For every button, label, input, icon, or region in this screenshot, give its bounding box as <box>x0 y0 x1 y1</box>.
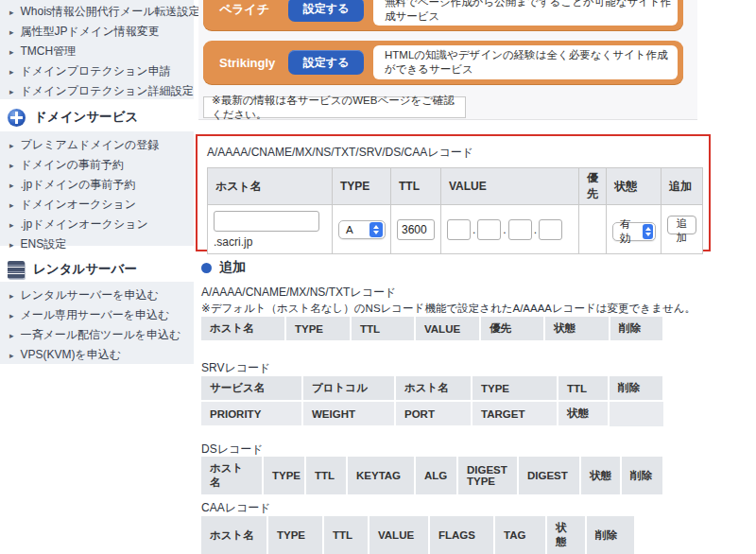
select-stepper-icon <box>369 222 383 237</box>
sidebar-item-label: ドメインオークション <box>21 197 137 213</box>
column-header: ホスト名 <box>208 168 333 205</box>
column-header: サービス名 <box>200 375 302 401</box>
record-form-row: .sacri.jp A . . . 有効 <box>208 205 703 254</box>
column-header: ALG <box>415 456 457 495</box>
service-card-strikingly: Strikingly 設定する HTMLの知識やデザインの経験は全く必要なくサイ… <box>203 41 683 84</box>
sidebar-item-ens-settings[interactable]: ▸ENS設定 <box>0 234 194 254</box>
sidebar-group-domain-services: ▸プレミアムドメインの登録 ▸ドメインの事前予約 ▸.jpドメインの事前予約 ▸… <box>0 131 194 246</box>
strikingly-setup-button[interactable]: 設定する <box>288 50 364 75</box>
column-header: 削除 <box>610 316 663 341</box>
triangle-bullet-icon: ▸ <box>9 200 14 210</box>
a-records-table: ホスト名 TYPE TTL VALUE 優先 状態 削除 <box>199 315 664 342</box>
column-header: 状態 <box>558 401 609 426</box>
column-header: TARGET <box>472 401 558 426</box>
type-select[interactable]: A <box>338 220 386 239</box>
record-form-title: A/AAAA/CNAME/MX/NS/TXT/SRV/DS/CAAレコード <box>207 145 699 161</box>
peraichi-setup-button[interactable]: 設定する <box>288 0 364 22</box>
ip-octet-3-input[interactable] <box>508 219 532 240</box>
column-header: 優先 <box>480 316 544 341</box>
sidebar-item-label: ドメインプロテクション詳細設定 <box>21 83 194 99</box>
triangle-bullet-icon: ▸ <box>9 141 14 150</box>
sidebar-item-label: ENS設定 <box>21 236 67 252</box>
triangle-bullet-icon: ▸ <box>9 161 14 170</box>
ip-dot: . <box>472 223 475 236</box>
column-header: TTL <box>323 515 369 554</box>
column-header: VALUE <box>415 316 480 341</box>
value-ip-inputs: . . . <box>447 219 573 240</box>
type-select-value: A <box>346 224 353 235</box>
record-form-table: ホスト名 TYPE TTL VALUE 優先 状態 追加 .sacri.jp A <box>207 167 703 254</box>
sidebar-item-whois-mail-forward[interactable]: ▸Whois情報公開代行メール転送設定 <box>0 2 194 22</box>
sidebar-item-rental-server-apply[interactable]: ▸レンタルサーバーを申込む <box>0 286 194 305</box>
sidebar-item-tmch[interactable]: ▸TMCH管理 <box>0 42 194 61</box>
column-header: TYPE <box>285 316 351 341</box>
column-header: 追加 <box>662 168 703 205</box>
column-header: TYPE <box>472 375 558 401</box>
sidebar-item-premium-domain[interactable]: ▸プレミアムドメインの登録 <box>0 135 194 155</box>
column-header: TTL <box>351 316 415 341</box>
column-header: 削除 <box>621 456 663 495</box>
sidebar-item-domain-prereserve[interactable]: ▸ドメインの事前予約 <box>0 155 194 175</box>
triangle-bullet-icon: ▸ <box>9 240 14 250</box>
column-header: 状態 <box>607 168 662 205</box>
sidebar-item-label: ドメインプロテクション申請 <box>21 63 171 79</box>
sidebar-item-label: 属性型JPドメイン情報変更 <box>21 24 160 40</box>
column-header: VALUE <box>369 515 429 554</box>
column-header: TTL <box>305 456 347 495</box>
sidebar-item-label: Whois情報公開代行メール転送設定 <box>21 4 200 20</box>
ip-octet-1-input[interactable] <box>447 219 471 240</box>
triangle-bullet-icon: ▸ <box>9 311 14 320</box>
ip-octet-2-input[interactable] <box>477 219 501 240</box>
column-header: WEIGHT <box>302 401 395 426</box>
record-add-form-highlight: A/AAAA/CNAME/MX/NS/TXT/SRV/DS/CAAレコード ホス… <box>196 134 711 251</box>
priority-cell <box>579 205 607 254</box>
service-description: HTMLの知識やデザインの経験は全く必要なくサイト作成ができるサービス <box>373 45 678 79</box>
ip-dot: . <box>503 223 506 236</box>
service-description: 無料でページ作成から公開まですることが可能なサイト作成サービス <box>373 0 678 26</box>
status-select-value: 有効 <box>620 217 637 246</box>
ttl-input[interactable] <box>397 219 435 240</box>
column-header: TYPE <box>263 456 305 495</box>
sidebar-item-vps-apply[interactable]: ▸VPS(KVM)を申込む <box>0 345 194 365</box>
caa-records-table: ホスト名 TYPE TTL VALUE FLAGS TAG 状態 削除 <box>199 514 636 554</box>
column-header: 状態 <box>546 515 586 554</box>
status-select[interactable]: 有効 <box>612 222 656 241</box>
sidebar-item-label: レンタルサーバーを申込む <box>21 287 159 303</box>
service-card-peraichi: ペライチ 設定する 無料でページ作成から公開まですることが可能なサイト作成サービ… <box>203 0 683 30</box>
column-header: TTL <box>558 375 609 401</box>
a-records-title: A/AAAA/CNAME/MX/NS/TXTレコード <box>201 285 396 301</box>
column-header: KEYTAG <box>347 456 415 495</box>
add-record-button[interactable]: 追加 <box>667 216 696 234</box>
select-stepper-icon <box>643 224 653 239</box>
sidebar-item-label: .jpドメインオークション <box>21 216 148 233</box>
hostname-input[interactable] <box>214 211 319 232</box>
triangle-bullet-icon: ▸ <box>9 67 14 77</box>
column-header: ホスト名 <box>200 456 263 495</box>
sidebar-item-mail-server-apply[interactable]: ▸メール専用サーバーを申込む <box>0 305 194 325</box>
sidebar-item-bulk-mail-apply[interactable]: ▸一斉メール配信ツールを申込む <box>0 325 194 345</box>
sidebar-item-jp-domain-info[interactable]: ▸属性型JPドメイン情報変更 <box>0 22 194 42</box>
sidebar-item-domain-auction[interactable]: ▸ドメインオークション <box>0 195 194 215</box>
sidebar-item-label: メール専用サーバーを申込む <box>21 307 170 323</box>
sidebar-group-domain-settings: ▸Whois情報公開代行メール転送設定 ▸属性型JPドメイン情報変更 ▸TMCH… <box>0 0 194 99</box>
sidebar-item-domain-protection-detail[interactable]: ▸ドメインプロテクション詳細設定 <box>0 81 194 101</box>
a-records-note: ※デフォルト（ホスト名なし）のNSレコード機能で設定されたA/AAAAレコードは… <box>201 302 696 316</box>
triangle-bullet-icon: ▸ <box>9 8 14 17</box>
column-header: TYPE <box>267 515 323 554</box>
column-header: TYPE <box>333 168 391 205</box>
triangle-bullet-icon: ▸ <box>9 220 14 230</box>
column-header: ホスト名 <box>395 375 472 401</box>
added-section-heading: 追加 <box>201 259 246 276</box>
sidebar-section-domain-services: ドメインサービス <box>0 105 194 130</box>
sidebar-item-domain-protection-apply[interactable]: ▸ドメインプロテクション申請 <box>0 61 194 81</box>
column-header: 状態 <box>580 456 621 495</box>
ip-octet-4-input[interactable] <box>539 219 562 240</box>
column-header: ホスト名 <box>200 316 285 341</box>
sidebar-item-jp-domain-prereserve[interactable]: ▸.jpドメインの事前予約 <box>0 175 194 195</box>
column-header: 優先 <box>579 168 607 205</box>
host-suffix-label: .sacri.jp <box>214 235 326 249</box>
sidebar-item-label: ドメインの事前予約 <box>21 157 124 173</box>
column-header: 状態 <box>544 316 610 341</box>
sidebar-item-jp-domain-auction[interactable]: ▸.jpドメインオークション <box>0 215 194 234</box>
services-note: ※最新の情報は各サービスのWEBページをご確認ください。 <box>203 96 466 118</box>
